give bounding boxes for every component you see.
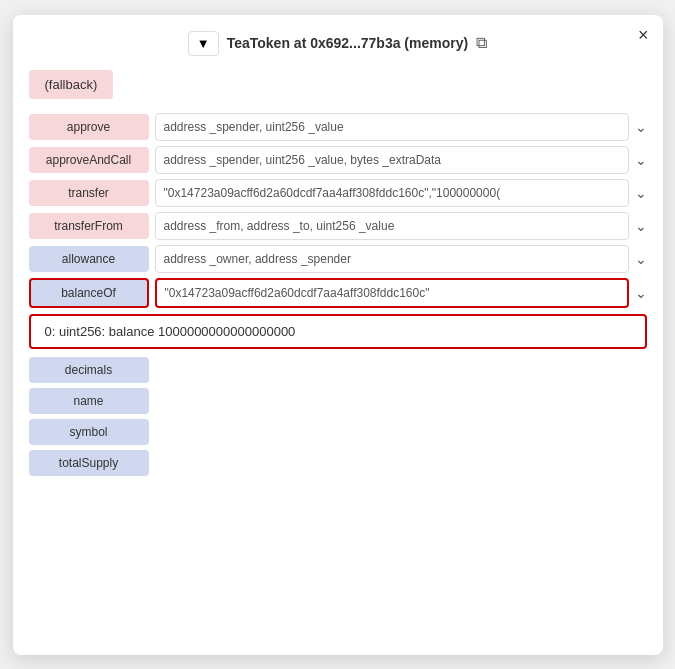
allowance-row: allowance ⌄	[29, 245, 647, 273]
balance-of-input[interactable]	[155, 278, 629, 308]
close-button[interactable]: ×	[638, 25, 649, 46]
dropdown-arrow-icon: ▼	[197, 36, 210, 51]
approve-and-call-chevron-icon[interactable]: ⌄	[635, 152, 647, 168]
transfer-input[interactable]	[155, 179, 629, 207]
contract-title: TeaToken at 0x692...77b3a (memory)	[227, 35, 468, 51]
approve-chevron-icon[interactable]: ⌄	[635, 119, 647, 135]
result-text: 0: uint256: balance 1000000000000000000	[45, 324, 296, 339]
balance-of-button[interactable]: balanceOf	[29, 278, 149, 308]
copy-icon[interactable]: ⧉	[476, 34, 487, 52]
contract-modal: × ▼ TeaToken at 0x692...77b3a (memory) ⧉…	[13, 15, 663, 655]
name-row: name	[29, 388, 647, 414]
allowance-chevron-icon[interactable]: ⌄	[635, 251, 647, 267]
total-supply-row: totalSupply	[29, 450, 647, 476]
transfer-row: transfer ⌄	[29, 179, 647, 207]
transfer-from-input[interactable]	[155, 212, 629, 240]
transfer-button[interactable]: transfer	[29, 180, 149, 206]
modal-header: ▼ TeaToken at 0x692...77b3a (memory) ⧉	[29, 31, 647, 56]
approve-and-call-row: approveAndCall ⌄	[29, 146, 647, 174]
balance-of-row: balanceOf ⌄	[29, 278, 647, 308]
transfer-chevron-icon[interactable]: ⌄	[635, 185, 647, 201]
contract-dropdown[interactable]: ▼	[188, 31, 219, 56]
transfer-from-button[interactable]: transferFrom	[29, 213, 149, 239]
approve-row: approve ⌄	[29, 113, 647, 141]
fallback-button[interactable]: (fallback)	[29, 70, 114, 99]
approve-and-call-input[interactable]	[155, 146, 629, 174]
allowance-button[interactable]: allowance	[29, 246, 149, 272]
allowance-input[interactable]	[155, 245, 629, 273]
result-box: 0: uint256: balance 1000000000000000000	[29, 314, 647, 349]
symbol-row: symbol	[29, 419, 647, 445]
name-button[interactable]: name	[29, 388, 149, 414]
total-supply-button[interactable]: totalSupply	[29, 450, 149, 476]
decimals-row: decimals	[29, 357, 647, 383]
approve-input[interactable]	[155, 113, 629, 141]
transfer-from-row: transferFrom ⌄	[29, 212, 647, 240]
approve-button[interactable]: approve	[29, 114, 149, 140]
balance-of-chevron-icon[interactable]: ⌄	[635, 285, 647, 301]
fallback-section: (fallback)	[29, 70, 647, 107]
approve-and-call-button[interactable]: approveAndCall	[29, 147, 149, 173]
decimals-button[interactable]: decimals	[29, 357, 149, 383]
symbol-button[interactable]: symbol	[29, 419, 149, 445]
transfer-from-chevron-icon[interactable]: ⌄	[635, 218, 647, 234]
